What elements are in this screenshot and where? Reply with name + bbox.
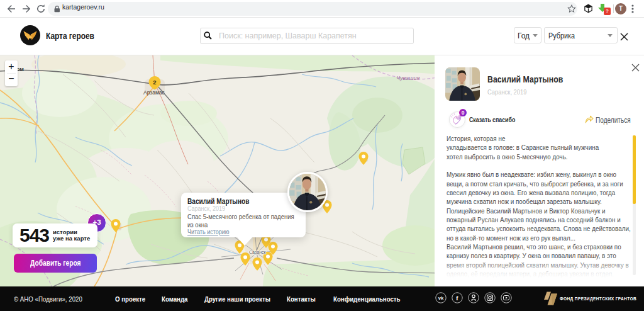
svg-text:Чувашия: Чувашия [396, 75, 420, 81]
svg-text:ФОНД ПРЕЗИДЕНТСКИХ ГРАНТОВ: ФОНД ПРЕЗИДЕНТСКИХ ГРАНТОВ [560, 297, 636, 302]
svg-text:f: f [456, 295, 458, 302]
svg-text:vk: vk [438, 295, 444, 301]
svg-text:Арзамас: Арзамас [143, 89, 165, 96]
svg-text:Саранск: Саранск [249, 250, 265, 255]
svg-text:2: 2 [153, 79, 156, 86]
